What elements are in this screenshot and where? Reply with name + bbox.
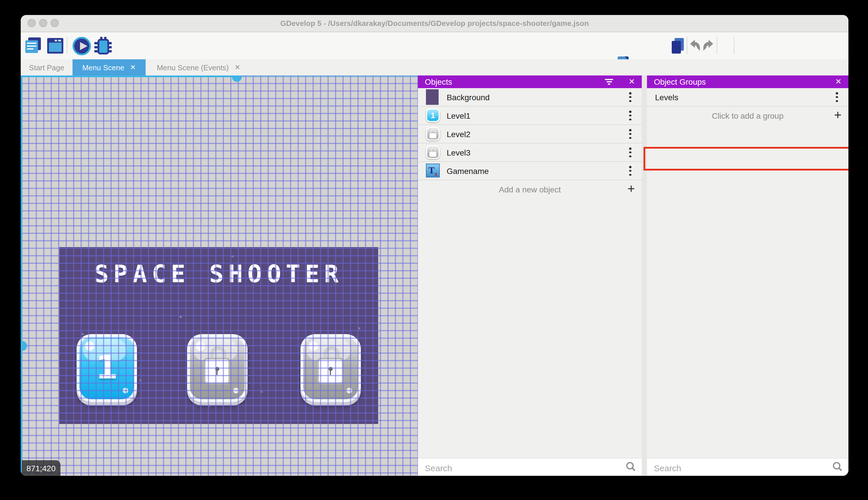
content-area: SPACE SHOOTER 1 xyxy=(21,76,848,476)
toolbar-separator xyxy=(734,37,735,54)
add-object-row[interactable]: Add a new object + xyxy=(418,180,642,198)
lock-icon xyxy=(317,346,344,387)
objects-search-input[interactable] xyxy=(424,460,594,475)
plus-icon[interactable]: + xyxy=(627,181,635,196)
level1-button-thumbnail: 1 xyxy=(426,108,440,122)
object-groups-list: Levels Click to add a group + xyxy=(647,88,848,124)
close-icon[interactable]: ✕ xyxy=(130,64,136,71)
object-label: Level2 xyxy=(447,129,471,138)
object-groups-panel-header: Object Groups ✕ xyxy=(647,76,848,88)
debug-icon[interactable] xyxy=(94,37,112,58)
close-icon[interactable]: ✕ xyxy=(629,77,635,86)
redo-icon[interactable] xyxy=(703,40,714,54)
filter-icon[interactable] xyxy=(605,79,613,85)
group-label: Levels xyxy=(655,92,678,102)
object-row-level2[interactable]: Level2 xyxy=(418,125,642,144)
selection-handle-left[interactable] xyxy=(22,341,27,351)
lock-icon xyxy=(203,346,231,387)
toolbar-separator xyxy=(67,37,67,54)
search-icon xyxy=(832,462,843,474)
tab-label: Menu Scene (Events) xyxy=(157,63,229,72)
object-groups-panel: Object Groups ✕ Levels Click to add a gr… xyxy=(647,76,848,476)
level3-button-instance[interactable] xyxy=(301,334,361,402)
objects-search-bar xyxy=(418,458,642,476)
kebab-menu-icon[interactable] xyxy=(628,111,633,121)
object-label: Gamename xyxy=(447,166,489,175)
start-page-icon[interactable] xyxy=(47,38,63,54)
scene-editor-canvas[interactable]: SPACE SHOOTER 1 xyxy=(21,76,418,476)
play-icon[interactable] xyxy=(72,37,91,55)
search-icon xyxy=(626,462,636,474)
group-row-levels[interactable]: Levels xyxy=(647,88,848,106)
close-icon[interactable]: ✕ xyxy=(235,64,240,71)
background-instance[interactable]: SPACE SHOOTER 1 xyxy=(59,247,378,424)
project-manager-icon[interactable] xyxy=(25,37,42,54)
level1-button-instance[interactable]: 1 xyxy=(77,334,137,402)
tab-label: Menu Scene xyxy=(82,63,124,72)
coordinate-readout: 871;420 xyxy=(26,463,56,473)
tab-menu-scene[interactable]: Menu Scene ✕ xyxy=(72,59,145,76)
object-row-gamename[interactable]: Tx Gamename xyxy=(418,162,642,180)
gdevelop-window: GDevelop 5 - /Users/dkarakay/Documents/G… xyxy=(21,15,848,476)
screen: GDevelop 5 - /Users/dkarakay/Documents/G… xyxy=(0,0,868,500)
kebab-menu-icon[interactable] xyxy=(628,129,633,139)
kebab-menu-icon[interactable] xyxy=(628,92,633,102)
objects-panel-title: Objects xyxy=(425,77,452,87)
selection-edge-top xyxy=(21,76,241,77)
stars-decoration xyxy=(59,247,60,248)
object-groups-panel-title: Object Groups xyxy=(654,77,706,87)
objects-panel-header: Objects ✕ xyxy=(418,76,642,88)
object-row-level3[interactable]: Level3 xyxy=(418,144,642,162)
add-object-label: Add a new object xyxy=(499,185,561,194)
tab-bar: Start Page Menu Scene ✕ Menu Scene (Even… xyxy=(21,59,848,76)
object-label: Level1 xyxy=(447,111,471,120)
undo-icon[interactable] xyxy=(690,40,701,54)
kebab-menu-icon[interactable] xyxy=(628,166,633,176)
level2-button-instance[interactable] xyxy=(187,334,247,402)
tab-menu-scene-events[interactable]: Menu Scene (Events) ✕ xyxy=(145,59,251,76)
kebab-menu-icon[interactable] xyxy=(628,147,633,157)
close-icon[interactable]: ✕ xyxy=(835,77,842,86)
titlebar: GDevelop 5 - /Users/dkarakay/Documents/G… xyxy=(21,15,848,32)
objects-list: Background 1 Level1 Level2 xyxy=(418,88,642,198)
object-row-background[interactable]: Background xyxy=(418,88,642,106)
plus-icon[interactable]: + xyxy=(834,108,842,123)
add-group-row[interactable]: Click to add a group + xyxy=(647,106,848,124)
selection-edge-top-faded xyxy=(241,76,418,77)
window-title: GDevelop 5 - /Users/dkarakay/Documents/G… xyxy=(21,19,848,28)
locked-level-thumbnail xyxy=(426,145,440,159)
layers-icon[interactable] xyxy=(672,38,684,54)
tab-label: Start Page xyxy=(29,63,64,72)
add-group-label: Click to add a group xyxy=(712,111,783,120)
object-row-level1[interactable]: 1 Level1 xyxy=(418,106,642,125)
object-groups-search-input[interactable] xyxy=(653,460,806,475)
object-groups-search-bar xyxy=(647,458,848,476)
toolbar: 1:1 xyxy=(21,32,848,59)
objects-panel: Objects ✕ Background 1 Level1 xyxy=(418,76,642,476)
object-label: Background xyxy=(447,92,490,102)
selection-edge-left xyxy=(21,76,22,476)
toolbar-separator xyxy=(717,37,717,54)
text-object-thumbnail: Tx xyxy=(426,163,440,178)
toolbar-separator xyxy=(687,37,687,54)
object-label: Level3 xyxy=(447,148,471,157)
level-number: 1 xyxy=(80,349,134,386)
scene-title-text: SPACE SHOOTER xyxy=(59,260,378,288)
tab-start-page[interactable]: Start Page xyxy=(21,59,72,76)
locked-level-thumbnail xyxy=(426,127,440,140)
background-thumbnail xyxy=(426,89,438,105)
cursor-coordinates-badge: 871;420 xyxy=(22,460,60,476)
project-manager-front-page xyxy=(25,40,38,53)
selection-handle-top[interactable] xyxy=(232,77,242,82)
panel-divider[interactable] xyxy=(642,76,647,476)
kebab-menu-icon[interactable] xyxy=(835,92,839,102)
